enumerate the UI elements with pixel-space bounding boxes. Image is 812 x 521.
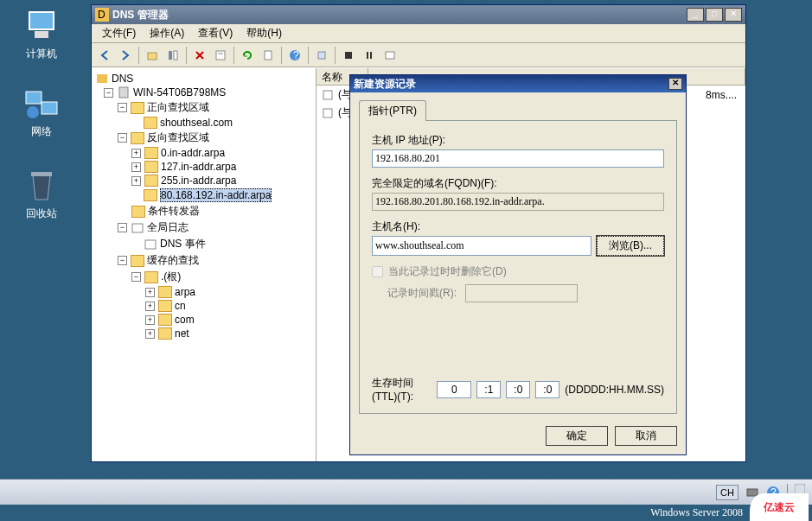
tree-cache-item[interactable]: +net	[93, 327, 314, 340]
delete-button[interactable]	[190, 46, 209, 65]
refresh-button[interactable]	[238, 46, 257, 65]
tab-ptr[interactable]: 指针(PTR)	[359, 100, 426, 121]
logo-badge: 亿速云	[750, 493, 809, 521]
svg-text:?: ?	[293, 49, 299, 61]
svg-rect-25	[323, 91, 332, 99]
collapse-icon[interactable]: −	[118, 133, 127, 143]
expand-icon[interactable]: +	[145, 302, 155, 311]
svg-rect-13	[265, 51, 272, 60]
show-hide-button[interactable]	[163, 46, 182, 65]
expand-icon[interactable]: +	[145, 288, 155, 297]
expand-icon[interactable]: +	[145, 315, 155, 325]
dns-icon	[95, 73, 109, 85]
window-title: DNS 管理器	[112, 8, 687, 22]
desktop-icon-network[interactable]: 网络	[16, 86, 67, 139]
folder-icon	[144, 189, 157, 201]
desktop-icon-computer[interactable]: 计算机	[16, 9, 67, 61]
ttl-days-input[interactable]	[437, 381, 471, 398]
forward-button[interactable]	[116, 46, 135, 65]
tree-dns-events[interactable]: DNS 事件	[93, 236, 314, 252]
ttl-hours-input[interactable]	[476, 381, 501, 398]
menu-help[interactable]: 帮助(H)	[240, 24, 289, 42]
svg-rect-19	[370, 52, 372, 59]
tree-cache-item[interactable]: +arpa	[93, 285, 314, 299]
collapse-icon[interactable]: −	[118, 223, 127, 232]
ok-button[interactable]: 确定	[546, 426, 608, 446]
desktop-icon-recycle[interactable]: 回收站	[16, 168, 67, 221]
tree-cached-lookup[interactable]: −缓存的查找	[93, 252, 314, 269]
svg-rect-16	[318, 52, 325, 59]
expand-icon[interactable]: +	[145, 329, 155, 339]
tree-server[interactable]: − WIN-54T06B798MS	[93, 86, 314, 99]
collapse-icon[interactable]: −	[131, 272, 141, 282]
export-button[interactable]	[259, 46, 278, 65]
tree-panel[interactable]: DNS − WIN-54T06B798MS − 正向查找区域 shouthsea…	[92, 68, 316, 461]
tree-rev-item-selected[interactable]: 80.168.192.in-addr.arpa	[93, 187, 314, 203]
tree-rev-item[interactable]: +127.in-addr.arpa	[93, 160, 314, 174]
tree-cache-item[interactable]: +com	[93, 313, 314, 327]
expand-icon[interactable]: +	[131, 162, 141, 172]
svg-rect-11	[216, 51, 225, 60]
cancel-button[interactable]: 取消	[615, 426, 677, 446]
pause-button[interactable]	[360, 46, 379, 65]
expand-icon[interactable]: +	[131, 149, 141, 158]
collapse-icon[interactable]: −	[118, 256, 127, 265]
delete-stale-label: 当此记录过时时删除它(D)	[388, 264, 507, 279]
minimize-button[interactable]: _	[687, 8, 704, 22]
svg-rect-27	[747, 489, 758, 496]
folder-icon	[158, 327, 172, 340]
filter-button[interactable]	[312, 46, 331, 65]
server-icon	[117, 86, 131, 98]
ttl-mins-input[interactable]	[506, 381, 530, 398]
menu-file[interactable]: 文件(F)	[95, 24, 143, 42]
fqdn-input	[372, 193, 664, 211]
desktop-icon-label: 回收站	[16, 206, 67, 221]
ttl-secs-input[interactable]	[535, 381, 559, 398]
dialog-titlebar[interactable]: 新建资源记录 ✕	[350, 75, 686, 92]
stop-button[interactable]	[339, 46, 358, 65]
folder-icon	[158, 314, 172, 326]
new-button[interactable]	[380, 46, 400, 65]
recycle-icon	[24, 168, 59, 203]
folder-icon	[131, 206, 145, 218]
tree-root-dns[interactable]: DNS	[93, 72, 314, 86]
delete-stale-checkbox	[372, 266, 383, 277]
tree-fwd-domain[interactable]: shouthseal.com	[93, 116, 314, 130]
tree-fwd-zone[interactable]: − 正向查找区域	[93, 99, 314, 116]
host-ip-label: 主机 IP 地址(P):	[372, 133, 664, 148]
close-button[interactable]: ✕	[725, 8, 742, 22]
tree-rev-zone[interactable]: − 反向查找区域	[93, 130, 314, 146]
tree-root-hint[interactable]: −.(根)	[93, 269, 314, 285]
expand-icon[interactable]: +	[131, 176, 141, 186]
folder-icon	[144, 117, 157, 129]
host-ip-input[interactable]	[372, 149, 664, 168]
collapse-icon[interactable]: −	[118, 103, 127, 112]
properties-button[interactable]	[211, 46, 230, 65]
timestamp-label: 记录时间戳(R):	[387, 286, 457, 301]
back-button[interactable]	[95, 46, 114, 65]
browse-button[interactable]: 浏览(B)...	[597, 236, 664, 256]
help-button[interactable]: ?	[285, 46, 304, 65]
maximize-button[interactable]: □	[706, 8, 723, 22]
ttl-hint: (DDDDD:HH.MM.SS)	[565, 384, 664, 396]
collapse-icon[interactable]: −	[104, 88, 113, 98]
taskbar[interactable]: CH ?	[0, 479, 812, 505]
menu-action[interactable]: 操作(A)	[143, 24, 191, 42]
hostname-input[interactable]	[372, 236, 591, 256]
svg-rect-3	[42, 102, 57, 114]
svg-rect-5	[31, 172, 52, 176]
tree-cache-item[interactable]: +cn	[93, 299, 314, 313]
tree-cond-fwd[interactable]: 条件转发器	[93, 203, 314, 219]
tree-rev-item[interactable]: +255.in-addr.arpa	[93, 174, 314, 187]
tree-global-log[interactable]: −全局日志	[93, 219, 314, 236]
titlebar[interactable]: D DNS 管理器 _ □ ✕	[92, 5, 745, 24]
dialog-close-button[interactable]: ✕	[668, 78, 682, 90]
tree-rev-item[interactable]: +0.in-addr.arpa	[93, 146, 314, 160]
record-icon	[322, 89, 336, 101]
up-button[interactable]	[143, 46, 162, 65]
computer-icon	[24, 9, 59, 43]
ime-indicator[interactable]: CH	[716, 485, 738, 500]
event-icon	[144, 238, 157, 251]
menu-view[interactable]: 查看(V)	[191, 24, 240, 42]
folder-icon	[144, 147, 158, 159]
